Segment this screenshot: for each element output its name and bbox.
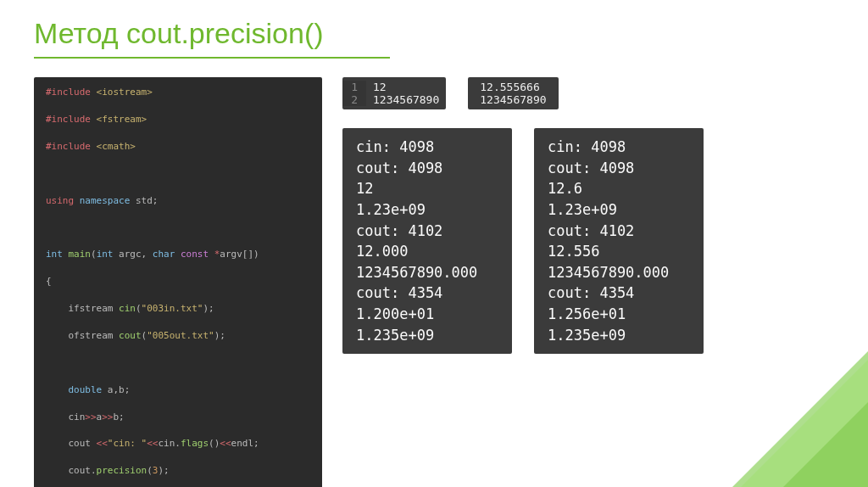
content-row: #include <iostream> #include <fstream> #…	[34, 77, 834, 487]
line-number: 2	[342, 93, 366, 106]
output-line: 12.000	[356, 241, 498, 262]
output-line: 1.235e+09	[548, 325, 690, 346]
input1-value: 12	[366, 81, 387, 93]
input2-value: 1234567890	[480, 93, 546, 106]
output-line: 1234567890.000	[356, 262, 498, 283]
output-line: 1.256e+01	[548, 304, 690, 325]
input-file-1: 1 12 2 1234567890	[342, 77, 446, 109]
input1-row: 2 1234567890	[342, 93, 439, 106]
output-line: 1.23e+09	[356, 199, 498, 221]
output-line: 12	[356, 178, 498, 199]
output-box-2: cin: 4098cout: 409812.61.23e+09cout: 410…	[534, 128, 704, 354]
output-line: cout: 4354	[548, 283, 690, 304]
output-line: cout: 4354	[356, 283, 498, 304]
input1-row: 1 12	[342, 81, 439, 93]
input1-value: 1234567890	[366, 93, 439, 106]
inputs-row: 1 12 2 1234567890 12.555666 1234567890	[342, 77, 834, 109]
outputs-row: cin: 4098cout: 4098121.23e+09cout: 41021…	[342, 128, 834, 354]
output-line: 1.200e+01	[356, 304, 498, 325]
right-column: 1 12 2 1234567890 12.555666 1234567890 c…	[342, 77, 834, 372]
output-line: 1.23e+09	[548, 199, 690, 221]
slide-title: Метод cout.precision()	[34, 17, 834, 50]
slide: Метод cout.precision() #include <iostrea…	[0, 0, 868, 487]
title-underline	[34, 57, 390, 59]
input2-value: 12.555666	[480, 81, 546, 93]
output-line: cin: 4098	[548, 137, 690, 158]
output-line: 1234567890.000	[548, 262, 690, 283]
output-line: cout: 4102	[356, 221, 498, 242]
output-line: 12.556	[548, 241, 690, 262]
output-line: 1.235e+09	[356, 325, 498, 346]
output-line: cout: 4098	[548, 158, 690, 179]
output-box-1: cin: 4098cout: 4098121.23e+09cout: 41021…	[342, 128, 512, 354]
input-file-2: 12.555666 1234567890	[468, 77, 558, 109]
output-line: cout: 4098	[356, 158, 498, 179]
output-line: cout: 4102	[548, 221, 690, 242]
output-line: cin: 4098	[356, 137, 498, 158]
output-line: 12.6	[548, 178, 690, 199]
code-editor: #include <iostream> #include <fstream> #…	[34, 77, 322, 487]
line-number: 1	[342, 81, 366, 93]
